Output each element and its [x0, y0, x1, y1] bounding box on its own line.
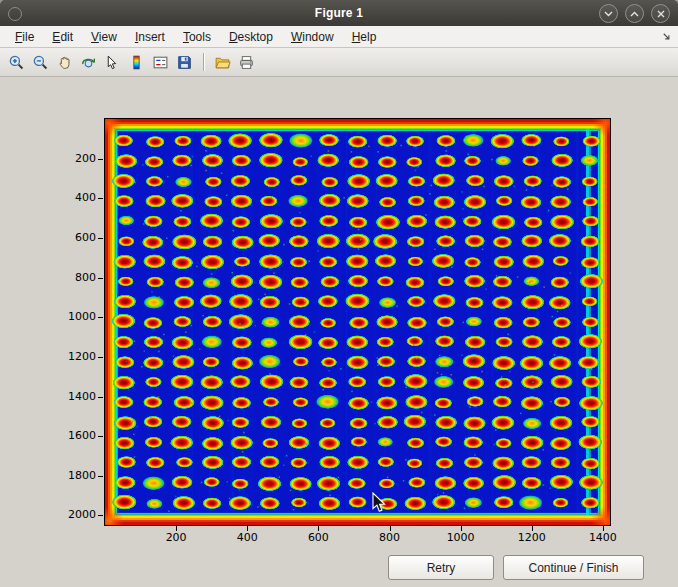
menu-help[interactable]: Help: [343, 27, 386, 47]
edit-plot-arrow-icon: [104, 54, 121, 71]
x-tick-mark: [461, 526, 462, 531]
y-tick-label: 2000: [54, 508, 96, 522]
menu-tools[interactable]: Tools: [174, 27, 220, 47]
rotate-3d-icon: [80, 54, 97, 71]
x-tick-mark: [390, 526, 391, 531]
zoom-in-button[interactable]: [5, 51, 27, 73]
toolbar-separator: [203, 53, 205, 71]
insert-legend-button[interactable]: [149, 51, 171, 73]
pan-button[interactable]: [53, 51, 75, 73]
menu-desktop[interactable]: Desktop: [220, 27, 282, 47]
titlebar: Figure 1: [0, 0, 678, 26]
x-tick-mark: [603, 526, 604, 531]
y-tick-label: 400: [54, 191, 96, 205]
printer-icon: [238, 54, 255, 71]
print-button[interactable]: [235, 51, 257, 73]
x-tick-mark: [176, 526, 177, 531]
zoom-out-icon: [32, 54, 49, 71]
zoom-out-button[interactable]: [29, 51, 51, 73]
y-tick-label: 1200: [54, 350, 96, 364]
window-title: Figure 1: [0, 6, 678, 20]
x-tick-label: 600: [298, 531, 338, 545]
x-tick-label: 800: [370, 531, 410, 545]
figure-window: Figure 1 File Edit View Insert Tools Des…: [0, 0, 678, 587]
colorbar-icon: [128, 54, 145, 71]
minimize-button[interactable]: [599, 4, 618, 23]
y-tick-mark: [98, 436, 103, 437]
menubar: File Edit View Insert Tools Desktop Wind…: [0, 26, 678, 48]
retry-button[interactable]: Retry: [388, 555, 494, 580]
close-icon: [657, 10, 665, 18]
dock-figure-icon[interactable]: [661, 31, 672, 45]
menu-insert[interactable]: Insert: [126, 27, 174, 47]
menu-window[interactable]: Window: [282, 27, 343, 47]
x-tick-label: 1400: [583, 531, 623, 545]
x-tick-label: 200: [156, 531, 196, 545]
rotate-3d-button[interactable]: [77, 51, 99, 73]
menu-file[interactable]: File: [6, 27, 43, 47]
menu-edit[interactable]: Edit: [43, 27, 82, 47]
x-tick-label: 1000: [441, 531, 481, 545]
close-button[interactable]: [651, 4, 670, 23]
microarray-scan-image[interactable]: [105, 119, 610, 525]
x-tick-mark: [247, 526, 248, 531]
y-tick-mark: [98, 357, 103, 358]
chevron-up-icon: [630, 11, 639, 17]
menu-view[interactable]: View: [82, 27, 126, 47]
x-tick-label: 400: [227, 531, 267, 545]
maximize-button[interactable]: [625, 4, 644, 23]
x-tick-mark: [532, 526, 533, 531]
figure-toolbar: [0, 48, 678, 77]
y-tick-label: 1000: [54, 310, 96, 324]
axes-plot-area[interactable]: [104, 118, 611, 526]
pan-hand-icon: [56, 54, 73, 71]
y-tick-label: 600: [54, 231, 96, 245]
y-tick-mark: [98, 278, 103, 279]
x-tick-mark: [318, 526, 319, 531]
legend-icon: [152, 54, 169, 71]
x-tick-label: 1200: [512, 531, 552, 545]
y-tick-mark: [98, 515, 103, 516]
y-tick-mark: [98, 198, 103, 199]
open-file-button[interactable]: [211, 51, 233, 73]
chevron-down-icon: [604, 11, 613, 17]
y-tick-mark: [98, 317, 103, 318]
y-tick-label: 200: [54, 152, 96, 166]
y-tick-mark: [98, 238, 103, 239]
y-tick-mark: [98, 397, 103, 398]
save-floppy-icon: [176, 54, 193, 71]
insert-colorbar-button[interactable]: [125, 51, 147, 73]
y-tick-label: 1800: [54, 469, 96, 483]
y-tick-mark: [98, 476, 103, 477]
y-tick-mark: [98, 159, 103, 160]
continue-finish-button[interactable]: Continue / Finish: [503, 555, 644, 580]
y-tick-label: 1600: [54, 429, 96, 443]
edit-plot-button[interactable]: [101, 51, 123, 73]
save-figure-button[interactable]: [173, 51, 195, 73]
open-folder-icon: [214, 54, 231, 71]
zoom-in-icon: [8, 54, 25, 71]
y-tick-label: 1400: [54, 390, 96, 404]
y-tick-label: 800: [54, 271, 96, 285]
